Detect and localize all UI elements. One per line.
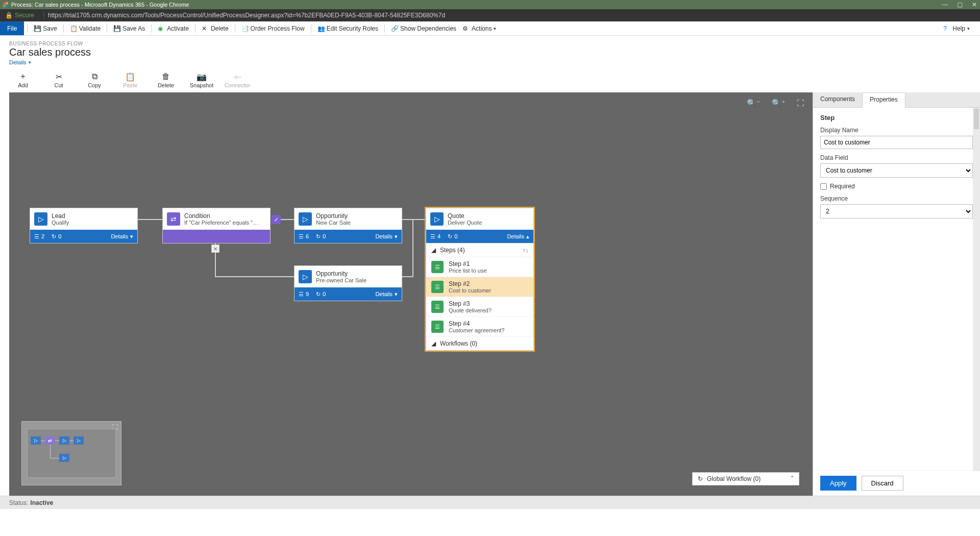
- add-button[interactable]: +Add: [12, 72, 34, 88]
- help-icon: ?: [943, 25, 950, 32]
- chevron-down-icon: ▾: [29, 60, 31, 65]
- copy-icon: ⧉: [92, 72, 97, 81]
- workflows-header[interactable]: ◢ Workflows (0): [426, 337, 533, 350]
- window-minimize-icon[interactable]: —: [942, 1, 948, 8]
- stage-icon: ▷: [34, 212, 47, 226]
- stage-opportunity-preowned[interactable]: ▷ Opportunity Pre-owned Car Sale ☰9 ↻0 D…: [294, 265, 402, 301]
- data-field-label: Data Field: [820, 154, 973, 161]
- breadcrumb: BUSINESS PROCESS FLOW: [9, 41, 971, 46]
- tab-components[interactable]: Components: [813, 92, 862, 107]
- delete-button[interactable]: ✕Delete: [199, 25, 232, 32]
- minimap-node: ▷: [59, 436, 69, 445]
- refresh-icon: ↻: [316, 291, 321, 298]
- stage-opportunity-new[interactable]: ▷ Opportunity New Car Sale ☰6 ↻0 Details…: [294, 208, 402, 243]
- minimap[interactable]: ⛶ ▷ ⇄ ▷ ▷ ▷: [21, 421, 121, 485]
- step-item[interactable]: ☰ Step #3Quote delivered?: [426, 297, 533, 317]
- zoom-in-icon[interactable]: 🔍⁺: [772, 99, 786, 108]
- save-as-icon: 💾: [113, 25, 120, 32]
- details-toggle[interactable]: Details▾: [375, 291, 398, 298]
- apply-button[interactable]: Apply: [820, 476, 856, 491]
- delete-x-icon: ✕: [202, 25, 209, 32]
- cut-button[interactable]: ✂Cut: [48, 72, 69, 88]
- delete-toolbar-button[interactable]: 🗑Delete: [155, 72, 177, 88]
- details-toggle[interactable]: Details▴: [507, 233, 529, 240]
- collapse-icon: ◢: [431, 247, 436, 254]
- step-item[interactable]: ☰ Step #4Customer agreement?: [426, 317, 533, 337]
- reorder-arrows-icon[interactable]: ↑↓: [523, 247, 528, 253]
- stage-entity-label: Opportunity: [316, 270, 366, 277]
- stage-quote[interactable]: ▷ Quote Deliver Quote ☰4 ↻0 Details▴ ◢ S…: [426, 208, 534, 351]
- display-name-label: Display Name: [820, 127, 973, 134]
- actions-icon: ⚙: [462, 25, 470, 32]
- order-process-flow-button[interactable]: 📑Order Process Flow: [238, 25, 308, 32]
- edit-security-roles-button[interactable]: 👥Edit Security Roles: [314, 25, 381, 32]
- connector-icon: ⟜: [234, 72, 241, 81]
- stage-condition[interactable]: ⇄ Condition If "Car Preference" equals "…: [162, 208, 271, 243]
- page-header: BUSINESS PROCESS FLOW Car sales process …: [0, 36, 980, 69]
- connector-button[interactable]: ⟜Connector: [227, 72, 248, 88]
- help-button[interactable]: ?Help▾: [940, 25, 973, 32]
- camera-icon: 📷: [197, 72, 207, 81]
- steps-header[interactable]: ◢ Steps (4) ↑↓: [426, 243, 533, 257]
- fit-screen-icon[interactable]: ⛶: [797, 99, 804, 108]
- canvas-zoom-controls: 🔍⁻ 🔍⁺ ⛶: [747, 99, 804, 108]
- properties-section-title: Step: [820, 114, 973, 121]
- stage-name-label: New Car Sale: [316, 220, 351, 226]
- chevron-up-icon: ˄: [791, 475, 794, 482]
- sequence-select[interactable]: 2: [820, 204, 973, 218]
- details-toggle[interactable]: Details▾: [111, 233, 133, 240]
- paste-button[interactable]: 📋Paste: [119, 72, 141, 88]
- step-item[interactable]: ☰ Step #1Price list to use: [426, 257, 533, 277]
- display-name-input[interactable]: [820, 136, 973, 149]
- actions-menu-button[interactable]: ⚙Actions▾: [459, 25, 499, 32]
- data-field-select[interactable]: Cost to customer: [820, 163, 973, 178]
- stage-lead[interactable]: ▷ Lead Qualify ☰2 ↻0 Details▾: [30, 208, 138, 243]
- required-label: Required: [830, 183, 855, 190]
- stage-icon: ▷: [299, 212, 312, 226]
- copy-button[interactable]: ⧉Copy: [84, 72, 105, 88]
- designer-canvas[interactable]: ▷ Lead Qualify ☰2 ↻0 Details▾ ⇄ C: [9, 92, 813, 496]
- required-checkbox[interactable]: [820, 183, 827, 190]
- window-close-icon[interactable]: ✕: [972, 1, 977, 8]
- window-favicon: [3, 2, 8, 7]
- minimap-node: ▷: [31, 436, 41, 445]
- discard-button[interactable]: Discard: [862, 476, 903, 491]
- condition-icon: ⇄: [167, 212, 180, 226]
- refresh-icon: ↻: [698, 475, 703, 482]
- command-ribbon: File 💾Save 📋Validate 💾Save As ◉Activate …: [0, 21, 980, 36]
- status-label: Status:: [9, 499, 28, 506]
- snapshot-button[interactable]: 📷Snapshot: [191, 72, 212, 88]
- designer-toolbar: +Add ✂Cut ⧉Copy 📋Paste 🗑Delete 📷Snapshot…: [0, 69, 980, 92]
- steps-icon: ☰: [34, 233, 39, 240]
- plus-icon: +: [20, 72, 25, 81]
- details-expand-link[interactable]: Details▾: [9, 59, 31, 65]
- validate-button[interactable]: 📋Validate: [67, 25, 104, 32]
- status-value: Inactive: [30, 499, 53, 506]
- show-dependencies-button[interactable]: 🔗Show Dependencies: [388, 25, 459, 32]
- chevron-down-icon: ▾: [395, 233, 398, 240]
- details-toggle[interactable]: Details▾: [375, 233, 398, 240]
- steps-icon: ☰: [299, 233, 304, 240]
- browser-address-bar: 🔒 Secure https://trial1705.crm.dynamics.…: [0, 9, 980, 21]
- step-icon: ☰: [431, 301, 444, 313]
- step-item-selected[interactable]: ☰ Step #2Cost to customer: [426, 277, 533, 297]
- save-as-button[interactable]: 💾Save As: [110, 25, 148, 32]
- workflows-count: ↻0: [316, 291, 326, 298]
- file-menu-button[interactable]: File: [0, 21, 24, 35]
- workflows-count: ↻0: [448, 233, 457, 240]
- window-maximize-icon[interactable]: ▢: [957, 1, 963, 8]
- activate-icon: ◉: [158, 25, 165, 32]
- panel-scrollbar[interactable]: [973, 108, 980, 471]
- properties-panel: Components Properties Step Display Name …: [813, 92, 980, 496]
- save-button[interactable]: 💾Save: [31, 25, 60, 32]
- global-workflow-bar[interactable]: ↻ Global Workflow (0) ˄: [692, 472, 799, 485]
- dependencies-icon: 🔗: [391, 25, 398, 32]
- tab-properties[interactable]: Properties: [862, 92, 905, 108]
- activate-button[interactable]: ◉Activate: [155, 25, 192, 32]
- refresh-icon: ↻: [52, 233, 56, 240]
- minimap-node: ⇄: [45, 436, 55, 445]
- zoom-out-icon[interactable]: 🔍⁻: [747, 99, 761, 108]
- url-text[interactable]: https://trial1705.crm.dynamics.com/Tools…: [48, 12, 445, 19]
- steps-icon: ☰: [299, 291, 304, 298]
- stage-entity-label: Quote: [448, 212, 482, 220]
